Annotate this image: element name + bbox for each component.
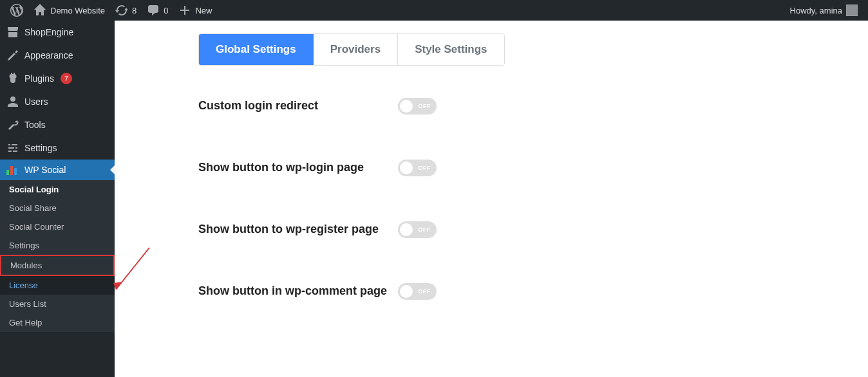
submenu-item-license[interactable]: License bbox=[0, 276, 115, 295]
updates-count: 8 bbox=[132, 6, 137, 15]
update-icon bbox=[115, 4, 128, 17]
toggle-state: OFF bbox=[419, 165, 431, 171]
new-label: New bbox=[195, 6, 212, 15]
toggle-switch[interactable]: OFF bbox=[398, 221, 437, 238]
toggle-switch[interactable]: OFF bbox=[398, 98, 437, 115]
admin-bar-left: Demo Website 8 0 New bbox=[5, 0, 218, 21]
setting-row: Show button to wp-register pageOFF bbox=[198, 221, 842, 238]
toggle-knob bbox=[400, 285, 413, 298]
toggle-state: OFF bbox=[419, 226, 431, 233]
comment-icon bbox=[147, 4, 160, 17]
toggle-switch[interactable]: OFF bbox=[398, 283, 437, 300]
plus-icon bbox=[178, 4, 191, 17]
site-name[interactable]: Demo Website bbox=[28, 0, 110, 21]
sidebar-item-appearance[interactable]: Appearance bbox=[0, 44, 115, 67]
tab-global-settings[interactable]: Global Settings bbox=[199, 34, 314, 65]
submenu-item-get-help[interactable]: Get Help bbox=[0, 313, 115, 332]
toggle-knob bbox=[400, 223, 413, 236]
sidebar-item-label: Tools bbox=[24, 120, 46, 130]
bars-icon bbox=[6, 165, 19, 175]
sliders-icon bbox=[6, 142, 19, 154]
wordpress-icon bbox=[10, 4, 23, 17]
setting-label: Custom login redirect bbox=[198, 98, 398, 113]
sidebar-item-settings[interactable]: Settings bbox=[0, 136, 115, 160]
settings-tabs: Global SettingsProvidersStyle Settings bbox=[198, 33, 505, 66]
toggle-state: OFF bbox=[419, 288, 431, 295]
site-name-text: Demo Website bbox=[50, 6, 105, 15]
updates[interactable]: 8 bbox=[110, 0, 142, 21]
submenu-item-social-login[interactable]: Social Login bbox=[0, 180, 115, 199]
admin-bar-right: Howdy, amina bbox=[785, 0, 863, 21]
store-icon bbox=[6, 26, 19, 39]
toggle-switch[interactable]: OFF bbox=[398, 160, 437, 176]
my-account[interactable]: Howdy, amina bbox=[785, 0, 863, 21]
comments[interactable]: 0 bbox=[142, 0, 173, 21]
sidebar-item-users[interactable]: Users bbox=[0, 90, 115, 113]
main-content: Global SettingsProvidersStyle Settings C… bbox=[115, 21, 868, 377]
sidebar-item-shopengine[interactable]: ShopEngine bbox=[0, 21, 115, 44]
submenu-item-users-list[interactable]: Users List bbox=[0, 295, 115, 313]
sidebar-item-plugins[interactable]: Plugins7 bbox=[0, 67, 115, 90]
sidebar-item-label: Appearance bbox=[24, 50, 73, 60]
sidebar-item-label: Users bbox=[24, 97, 48, 107]
comments-count: 0 bbox=[164, 6, 168, 15]
brush-icon bbox=[6, 49, 19, 62]
howdy-text: Howdy, amina bbox=[790, 6, 842, 15]
home-icon bbox=[33, 4, 46, 17]
sidebar-item-tools[interactable]: Tools bbox=[0, 113, 115, 136]
admin-bar: Demo Website 8 0 New Howdy, amina bbox=[0, 0, 868, 21]
setting-row: Show button to wp-login pageOFF bbox=[198, 160, 842, 176]
setting-label: Show button to wp-login page bbox=[198, 160, 398, 175]
submenu-item-social-counter[interactable]: Social Counter bbox=[0, 217, 115, 236]
toggle-knob bbox=[400, 100, 413, 113]
submenu-item-modules[interactable]: Modules bbox=[0, 255, 115, 276]
wrench-icon bbox=[6, 118, 19, 131]
sidebar-item-label: ShopEngine bbox=[24, 27, 73, 37]
wp-logo[interactable] bbox=[5, 0, 28, 21]
submenu-item-social-share[interactable]: Social Share bbox=[0, 199, 115, 217]
sidebar-item-label: Plugins bbox=[24, 73, 54, 84]
sidebar-item-label: WP Social bbox=[24, 165, 66, 175]
toggle-state: OFF bbox=[419, 103, 431, 109]
wp-social-submenu: Social LoginSocial ShareSocial CounterSe… bbox=[0, 180, 115, 332]
update-badge: 7 bbox=[61, 73, 72, 84]
setting-row: Custom login redirectOFF bbox=[198, 98, 842, 115]
tab-style-settings[interactable]: Style Settings bbox=[398, 34, 504, 65]
user-icon bbox=[6, 95, 19, 108]
toggle-knob bbox=[400, 161, 413, 174]
sidebar-item-label: Settings bbox=[24, 143, 57, 153]
avatar bbox=[846, 5, 858, 16]
setting-row: Show button in wp-comment pageOFF bbox=[198, 283, 842, 300]
submenu-item-settings[interactable]: Settings bbox=[0, 236, 115, 255]
setting-label: Show button to wp-register page bbox=[198, 221, 398, 237]
plug-icon bbox=[6, 72, 19, 85]
tab-providers[interactable]: Providers bbox=[314, 34, 398, 65]
admin-sidebar: ShopEngineAppearancePlugins7UsersToolsSe… bbox=[0, 21, 115, 377]
new-content[interactable]: New bbox=[173, 0, 217, 21]
setting-label: Show button in wp-comment page bbox=[198, 283, 398, 299]
sidebar-item-wp-social[interactable]: WP Social bbox=[0, 160, 115, 180]
